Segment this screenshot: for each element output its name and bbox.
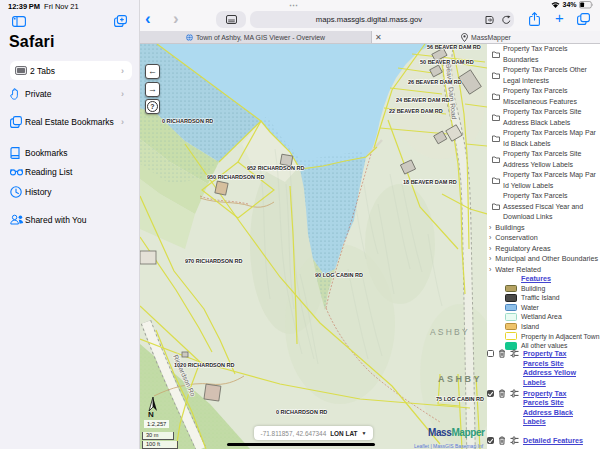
svg-text:22 BEAVER DAM RD: 22 BEAVER DAM RD (389, 108, 443, 114)
svg-text:75 LOG CABIN RD: 75 LOG CABIN RD (436, 396, 484, 402)
svg-text:26 BEAVER DAM RD: 26 BEAVER DAM RD (408, 79, 462, 85)
svg-text:18 BEAVER DAM RD: 18 BEAVER DAM RD (403, 179, 457, 185)
svg-text:90 LOG CABIN RD: 90 LOG CABIN RD (315, 272, 363, 278)
svg-text:970 RICHARDSON RD: 970 RICHARDSON RD (185, 258, 242, 264)
svg-text:ASHBY: ASHBY (438, 374, 482, 384)
svg-text:50 BEAVER DAM RD: 50 BEAVER DAM RD (420, 59, 474, 65)
svg-text:24 BEAVER DAM RD: 24 BEAVER DAM RD (396, 97, 450, 103)
svg-text:1020 RICHARDSON RD: 1020 RICHARDSON RD (174, 362, 235, 368)
svg-text:952 RICHARDSON RD: 952 RICHARDSON RD (247, 165, 304, 171)
svg-text:ASHBY: ASHBY (430, 327, 470, 337)
svg-text:56 BEAVER DAM RD: 56 BEAVER DAM RD (427, 44, 481, 50)
svg-text:0 RICHARDSON RD: 0 RICHARDSON RD (276, 409, 327, 415)
svg-text:950 RICHARDSON RD: 950 RICHARDSON RD (207, 174, 264, 180)
svg-text:0 RICHARDSON RD: 0 RICHARDSON RD (162, 118, 213, 124)
